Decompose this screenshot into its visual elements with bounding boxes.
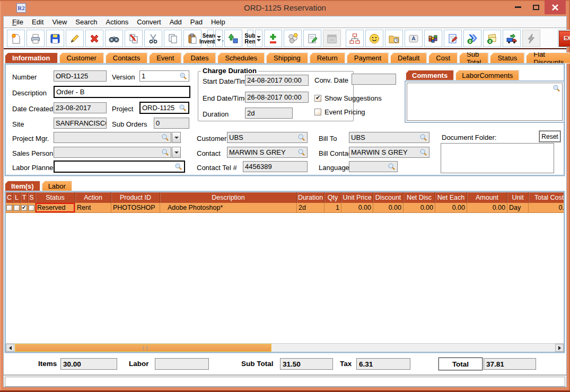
horizontal-scrollbar[interactable] bbox=[6, 343, 564, 352]
conv-date-field[interactable] bbox=[352, 74, 396, 85]
cell-amount[interactable]: 0.00 bbox=[467, 203, 507, 213]
copy-button[interactable] bbox=[164, 30, 182, 47]
sub-rent-button[interactable]: Sub Rent bbox=[247, 30, 253, 47]
cell-product-id[interactable]: PHOTOSHOP bbox=[111, 203, 160, 213]
cell-qty[interactable]: 1 bbox=[325, 203, 341, 213]
sub-rent-dropdown[interactable] bbox=[255, 30, 262, 47]
menu-search[interactable]: Search bbox=[71, 17, 101, 27]
menu-add[interactable]: Add bbox=[165, 17, 186, 27]
new-button[interactable] bbox=[7, 30, 25, 47]
sub-orders-field[interactable]: 0 bbox=[154, 118, 189, 129]
folder-history-button[interactable] bbox=[385, 30, 403, 47]
document-folder-field[interactable] bbox=[441, 143, 554, 173]
edit-document-button[interactable] bbox=[444, 30, 462, 47]
tab-cost[interactable]: Cost bbox=[428, 52, 458, 64]
tab-dates[interactable]: Dates bbox=[183, 52, 216, 64]
contact-tel-field[interactable]: 4456389 bbox=[243, 161, 308, 172]
table-row[interactable]: Reserved Rent PHOTOSHOP Adobe Photoshop*… bbox=[6, 203, 564, 213]
event-pricing-checkbox[interactable] bbox=[314, 109, 321, 115]
customer-field[interactable]: UBS bbox=[227, 132, 308, 143]
maximize-button[interactable] bbox=[528, 0, 545, 14]
tab-labor[interactable]: Labor bbox=[42, 181, 72, 191]
end-date-field[interactable]: 26-08-2017 00:00 bbox=[245, 92, 309, 103]
duration-field[interactable]: 2d bbox=[245, 108, 293, 119]
add-remove-button[interactable] bbox=[264, 30, 282, 47]
tab-shipping[interactable]: Shipping bbox=[266, 52, 308, 64]
tab-return[interactable]: Return bbox=[310, 52, 345, 64]
menu-convert[interactable]: Convert bbox=[133, 17, 165, 27]
scroll-right-button[interactable] bbox=[555, 344, 564, 352]
transfer-button[interactable] bbox=[125, 30, 143, 47]
menu-view[interactable]: View bbox=[48, 17, 71, 27]
search-icon[interactable] bbox=[161, 148, 169, 156]
group-query-button[interactable] bbox=[284, 30, 302, 47]
comments-textarea[interactable] bbox=[407, 83, 563, 121]
blocks-button[interactable] bbox=[424, 30, 442, 47]
tab-event[interactable]: Event bbox=[149, 52, 181, 64]
cell-description[interactable]: Adobe Photoshop* bbox=[160, 203, 297, 213]
cut-button[interactable] bbox=[144, 30, 162, 47]
description-field[interactable]: Order - B bbox=[54, 86, 190, 98]
invoice-money-button[interactable] bbox=[483, 30, 501, 47]
cell-unit[interactable]: Day bbox=[507, 203, 529, 213]
print-button[interactable] bbox=[27, 30, 45, 47]
money-transfer-button[interactable] bbox=[463, 30, 481, 47]
cell-t-checkbox[interactable] bbox=[21, 203, 28, 213]
close-button[interactable] bbox=[545, 0, 566, 14]
date-created-field[interactable]: 23-08-2017 bbox=[54, 102, 107, 113]
bill-to-field[interactable]: UBS bbox=[349, 132, 429, 143]
version-field[interactable]: 1 bbox=[139, 70, 189, 82]
title-bar[interactable]: R2 ORD-1125 Reservation bbox=[0, 0, 570, 16]
find-button[interactable] bbox=[105, 30, 123, 47]
search-icon[interactable] bbox=[388, 163, 396, 171]
site-field[interactable]: SANFRANCISCO bbox=[54, 118, 107, 129]
search-inventory-dropdown[interactable] bbox=[215, 30, 223, 47]
search-icon[interactable] bbox=[179, 104, 187, 112]
tab-contacts[interactable]: Contacts bbox=[106, 52, 147, 64]
menu-help[interactable]: Help bbox=[207, 17, 230, 27]
cell-duration[interactable]: 2d bbox=[297, 203, 325, 213]
cell-net-disc[interactable]: 0.00 bbox=[404, 203, 435, 213]
scrollbar-thumb[interactable] bbox=[15, 344, 271, 352]
project-mgr-field[interactable] bbox=[54, 132, 171, 143]
project-mgr-dropdown[interactable] bbox=[172, 132, 181, 143]
search-icon[interactable] bbox=[553, 84, 560, 92]
checkbox-icon[interactable] bbox=[29, 205, 34, 211]
save-button[interactable] bbox=[46, 30, 64, 47]
search-icon[interactable] bbox=[174, 163, 182, 171]
search-icon[interactable] bbox=[419, 148, 427, 156]
menu-actions[interactable]: Actions bbox=[102, 17, 133, 27]
cell-l-checkbox[interactable] bbox=[13, 203, 21, 213]
search-icon[interactable] bbox=[419, 133, 427, 141]
cell-total-cost[interactable]: 0.0 bbox=[529, 203, 565, 213]
contact-field[interactable]: MARWIN S GREY bbox=[227, 147, 308, 158]
notes-button[interactable] bbox=[303, 30, 321, 47]
cell-action[interactable]: Rent bbox=[75, 203, 111, 213]
tab-flat-discounts[interactable]: Flat Discounts bbox=[526, 52, 570, 64]
tab-status[interactable]: Status bbox=[490, 52, 524, 64]
delete-button[interactable] bbox=[85, 30, 103, 47]
sales-person-dropdown[interactable] bbox=[172, 147, 181, 158]
checkbox-icon[interactable] bbox=[14, 205, 20, 211]
cell-unit-price[interactable]: 0.00 bbox=[341, 203, 373, 213]
paste-button[interactable] bbox=[183, 30, 201, 47]
search-icon[interactable] bbox=[161, 133, 169, 141]
cell-status[interactable]: Reserved bbox=[36, 203, 75, 213]
start-date-field[interactable]: 24-08-2017 00:00 bbox=[245, 75, 309, 86]
tab-schedules[interactable]: Schedules bbox=[217, 52, 265, 64]
tab-customer[interactable]: Customer bbox=[59, 52, 104, 64]
tab-comments[interactable]: Comments bbox=[406, 70, 454, 81]
menu-pad[interactable]: Pad bbox=[186, 17, 207, 27]
reset-button[interactable]: Reset bbox=[539, 131, 560, 142]
search-icon[interactable] bbox=[297, 148, 305, 156]
cell-discount[interactable]: 0.00 bbox=[373, 203, 404, 213]
language-field[interactable] bbox=[349, 161, 398, 172]
convert-shapes-button[interactable] bbox=[224, 30, 242, 47]
search-inventory-button[interactable]: Search Inventory bbox=[207, 30, 214, 47]
labor-planner-field[interactable] bbox=[54, 161, 185, 173]
tab-payment[interactable]: Payment bbox=[347, 52, 389, 64]
tab-information[interactable]: Information bbox=[5, 52, 58, 64]
show-suggestions-checkbox[interactable] bbox=[314, 95, 321, 102]
keyboard-button[interactable] bbox=[405, 30, 423, 47]
menu-edit[interactable]: Edit bbox=[28, 17, 48, 27]
